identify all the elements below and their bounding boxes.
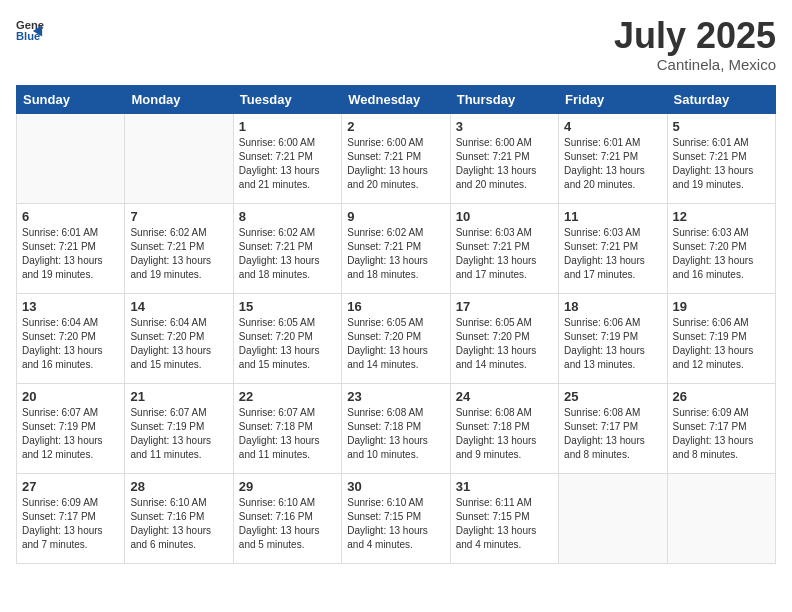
day-number: 5 [673, 119, 770, 134]
day-info: Sunrise: 6:05 AM Sunset: 7:20 PM Dayligh… [456, 316, 553, 372]
calendar-week-row: 6Sunrise: 6:01 AM Sunset: 7:21 PM Daylig… [17, 203, 776, 293]
calendar-cell: 18Sunrise: 6:06 AM Sunset: 7:19 PM Dayli… [559, 293, 667, 383]
day-number: 12 [673, 209, 770, 224]
calendar-cell: 13Sunrise: 6:04 AM Sunset: 7:20 PM Dayli… [17, 293, 125, 383]
weekday-header: Friday [559, 85, 667, 113]
day-info: Sunrise: 6:06 AM Sunset: 7:19 PM Dayligh… [564, 316, 661, 372]
calendar-cell: 8Sunrise: 6:02 AM Sunset: 7:21 PM Daylig… [233, 203, 341, 293]
day-info: Sunrise: 6:04 AM Sunset: 7:20 PM Dayligh… [22, 316, 119, 372]
calendar-cell: 14Sunrise: 6:04 AM Sunset: 7:20 PM Dayli… [125, 293, 233, 383]
day-info: Sunrise: 6:10 AM Sunset: 7:16 PM Dayligh… [130, 496, 227, 552]
day-info: Sunrise: 6:07 AM Sunset: 7:18 PM Dayligh… [239, 406, 336, 462]
calendar-week-row: 27Sunrise: 6:09 AM Sunset: 7:17 PM Dayli… [17, 473, 776, 563]
calendar-cell [17, 113, 125, 203]
svg-text:Blue: Blue [16, 30, 40, 42]
day-info: Sunrise: 6:10 AM Sunset: 7:15 PM Dayligh… [347, 496, 444, 552]
day-number: 7 [130, 209, 227, 224]
day-number: 1 [239, 119, 336, 134]
day-number: 2 [347, 119, 444, 134]
day-info: Sunrise: 6:02 AM Sunset: 7:21 PM Dayligh… [347, 226, 444, 282]
calendar-cell: 31Sunrise: 6:11 AM Sunset: 7:15 PM Dayli… [450, 473, 558, 563]
calendar-week-row: 1Sunrise: 6:00 AM Sunset: 7:21 PM Daylig… [17, 113, 776, 203]
day-info: Sunrise: 6:06 AM Sunset: 7:19 PM Dayligh… [673, 316, 770, 372]
day-number: 31 [456, 479, 553, 494]
day-number: 19 [673, 299, 770, 314]
day-info: Sunrise: 6:02 AM Sunset: 7:21 PM Dayligh… [130, 226, 227, 282]
day-number: 21 [130, 389, 227, 404]
day-info: Sunrise: 6:05 AM Sunset: 7:20 PM Dayligh… [347, 316, 444, 372]
logo: General Blue [16, 16, 44, 44]
calendar-week-row: 20Sunrise: 6:07 AM Sunset: 7:19 PM Dayli… [17, 383, 776, 473]
day-number: 11 [564, 209, 661, 224]
weekday-header: Thursday [450, 85, 558, 113]
day-number: 14 [130, 299, 227, 314]
day-number: 27 [22, 479, 119, 494]
calendar-cell: 30Sunrise: 6:10 AM Sunset: 7:15 PM Dayli… [342, 473, 450, 563]
weekday-header: Wednesday [342, 85, 450, 113]
weekday-header: Sunday [17, 85, 125, 113]
day-info: Sunrise: 6:01 AM Sunset: 7:21 PM Dayligh… [564, 136, 661, 192]
day-info: Sunrise: 6:08 AM Sunset: 7:18 PM Dayligh… [347, 406, 444, 462]
day-number: 30 [347, 479, 444, 494]
day-number: 8 [239, 209, 336, 224]
calendar-cell: 24Sunrise: 6:08 AM Sunset: 7:18 PM Dayli… [450, 383, 558, 473]
day-number: 16 [347, 299, 444, 314]
day-number: 4 [564, 119, 661, 134]
day-info: Sunrise: 6:07 AM Sunset: 7:19 PM Dayligh… [22, 406, 119, 462]
month-title: July 2025 [614, 16, 776, 56]
calendar-cell: 26Sunrise: 6:09 AM Sunset: 7:17 PM Dayli… [667, 383, 775, 473]
day-number: 23 [347, 389, 444, 404]
day-number: 29 [239, 479, 336, 494]
calendar-cell: 15Sunrise: 6:05 AM Sunset: 7:20 PM Dayli… [233, 293, 341, 383]
calendar-table: SundayMondayTuesdayWednesdayThursdayFrid… [16, 85, 776, 564]
calendar-week-row: 13Sunrise: 6:04 AM Sunset: 7:20 PM Dayli… [17, 293, 776, 383]
day-info: Sunrise: 6:00 AM Sunset: 7:21 PM Dayligh… [347, 136, 444, 192]
day-info: Sunrise: 6:11 AM Sunset: 7:15 PM Dayligh… [456, 496, 553, 552]
day-number: 17 [456, 299, 553, 314]
calendar-cell: 28Sunrise: 6:10 AM Sunset: 7:16 PM Dayli… [125, 473, 233, 563]
calendar-cell: 11Sunrise: 6:03 AM Sunset: 7:21 PM Dayli… [559, 203, 667, 293]
calendar-cell: 12Sunrise: 6:03 AM Sunset: 7:20 PM Dayli… [667, 203, 775, 293]
day-info: Sunrise: 6:10 AM Sunset: 7:16 PM Dayligh… [239, 496, 336, 552]
day-info: Sunrise: 6:08 AM Sunset: 7:18 PM Dayligh… [456, 406, 553, 462]
calendar-cell [667, 473, 775, 563]
day-number: 13 [22, 299, 119, 314]
logo-icon: General Blue [16, 16, 44, 44]
day-number: 24 [456, 389, 553, 404]
calendar-cell: 3Sunrise: 6:00 AM Sunset: 7:21 PM Daylig… [450, 113, 558, 203]
day-number: 22 [239, 389, 336, 404]
calendar-cell: 9Sunrise: 6:02 AM Sunset: 7:21 PM Daylig… [342, 203, 450, 293]
page-header: General Blue July 2025 Cantinela, Mexico [16, 16, 776, 73]
calendar-cell: 29Sunrise: 6:10 AM Sunset: 7:16 PM Dayli… [233, 473, 341, 563]
calendar-cell: 23Sunrise: 6:08 AM Sunset: 7:18 PM Dayli… [342, 383, 450, 473]
location-title: Cantinela, Mexico [614, 56, 776, 73]
day-number: 20 [22, 389, 119, 404]
day-number: 6 [22, 209, 119, 224]
day-info: Sunrise: 6:09 AM Sunset: 7:17 PM Dayligh… [673, 406, 770, 462]
calendar-cell: 22Sunrise: 6:07 AM Sunset: 7:18 PM Dayli… [233, 383, 341, 473]
calendar-cell: 1Sunrise: 6:00 AM Sunset: 7:21 PM Daylig… [233, 113, 341, 203]
title-block: July 2025 Cantinela, Mexico [614, 16, 776, 73]
day-number: 25 [564, 389, 661, 404]
day-info: Sunrise: 6:00 AM Sunset: 7:21 PM Dayligh… [239, 136, 336, 192]
weekday-header: Tuesday [233, 85, 341, 113]
day-number: 15 [239, 299, 336, 314]
calendar-cell: 4Sunrise: 6:01 AM Sunset: 7:21 PM Daylig… [559, 113, 667, 203]
calendar-cell: 2Sunrise: 6:00 AM Sunset: 7:21 PM Daylig… [342, 113, 450, 203]
day-info: Sunrise: 6:04 AM Sunset: 7:20 PM Dayligh… [130, 316, 227, 372]
day-number: 9 [347, 209, 444, 224]
calendar-cell: 19Sunrise: 6:06 AM Sunset: 7:19 PM Dayli… [667, 293, 775, 383]
calendar-cell: 5Sunrise: 6:01 AM Sunset: 7:21 PM Daylig… [667, 113, 775, 203]
weekday-header-row: SundayMondayTuesdayWednesdayThursdayFrid… [17, 85, 776, 113]
day-info: Sunrise: 6:09 AM Sunset: 7:17 PM Dayligh… [22, 496, 119, 552]
day-info: Sunrise: 6:03 AM Sunset: 7:21 PM Dayligh… [456, 226, 553, 282]
calendar-cell: 27Sunrise: 6:09 AM Sunset: 7:17 PM Dayli… [17, 473, 125, 563]
calendar-cell: 21Sunrise: 6:07 AM Sunset: 7:19 PM Dayli… [125, 383, 233, 473]
calendar-cell [125, 113, 233, 203]
day-info: Sunrise: 6:05 AM Sunset: 7:20 PM Dayligh… [239, 316, 336, 372]
day-info: Sunrise: 6:01 AM Sunset: 7:21 PM Dayligh… [673, 136, 770, 192]
calendar-cell: 17Sunrise: 6:05 AM Sunset: 7:20 PM Dayli… [450, 293, 558, 383]
weekday-header: Monday [125, 85, 233, 113]
day-number: 18 [564, 299, 661, 314]
calendar-cell: 16Sunrise: 6:05 AM Sunset: 7:20 PM Dayli… [342, 293, 450, 383]
